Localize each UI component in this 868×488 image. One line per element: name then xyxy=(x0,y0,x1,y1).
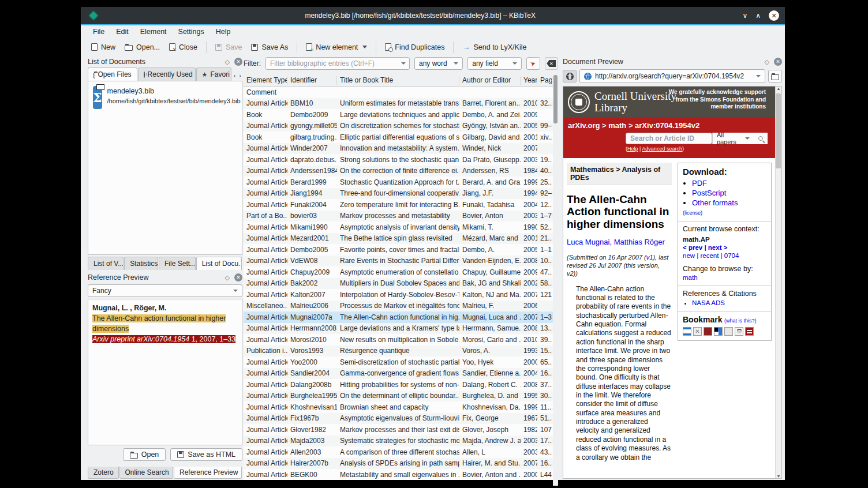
table-scrollbar[interactable] xyxy=(553,73,558,486)
table-row[interactable]: Journal Articlegyongy.millet05On discret… xyxy=(244,121,558,132)
field-select[interactable]: any field xyxy=(467,57,522,70)
table-row[interactable]: Journal ArticleJiang1994Three-and four-d… xyxy=(244,188,558,200)
table-row[interactable]: Journal ArticleSandier2004Gamma-converge… xyxy=(244,368,558,380)
external-browser-button[interactable] xyxy=(563,70,577,82)
table-row[interactable]: Journal ArticleFunaki2004Zero temperatur… xyxy=(244,199,558,211)
table-row[interactable]: Journal ArticleHerrmann2008Large deviati… xyxy=(244,323,558,335)
save-button[interactable]: Save xyxy=(211,41,247,54)
scroll-up-icon[interactable]: ▲ xyxy=(777,87,781,91)
table-row[interactable]: Journal ArticleBurghelea1995On the deter… xyxy=(244,391,558,402)
delicious-icon[interactable] xyxy=(714,327,723,336)
table-row[interactable]: Journal ArticleAnderssen1984On the corre… xyxy=(244,166,558,177)
citeulike-icon[interactable] xyxy=(683,327,691,336)
table-row[interactable]: Journal ArticleGlover1982Markov processe… xyxy=(244,424,558,436)
table-row[interactable]: BookDembo2009Large deviations techniques… xyxy=(244,109,558,121)
menu-settings[interactable]: Settings xyxy=(173,27,209,37)
float-dock-icon[interactable]: ◇ xyxy=(765,58,769,66)
tab-reference-preview[interactable]: Reference Preview xyxy=(174,467,242,479)
preview-style-select[interactable]: Fancy xyxy=(88,284,242,297)
table-row[interactable]: Journal ArticleKalton2007Interpolation o… xyxy=(244,289,558,301)
prev-next-links[interactable]: < prev | next > xyxy=(683,244,766,251)
arxiv-search-input[interactable] xyxy=(626,133,712,144)
table-row[interactable]: Journal ArticleYoo2000Semi-discretizatio… xyxy=(244,356,558,368)
find-duplicates-button[interactable]: Find Duplicates xyxy=(380,41,449,54)
close-dock-icon[interactable]: ✕ xyxy=(234,273,242,281)
tab-favorites[interactable]: ★Favori xyxy=(196,67,231,81)
v1-link[interactable]: v1 xyxy=(646,254,653,261)
clear-filter-button[interactable]: ✕ xyxy=(545,57,558,70)
column-header-identifier[interactable]: Identifier xyxy=(287,76,337,85)
menu-edit[interactable]: Edit xyxy=(111,27,134,37)
column-header-author[interactable]: Author or Editor xyxy=(459,76,521,85)
open-reference-button[interactable]: Open xyxy=(123,448,166,461)
table-row[interactable]: Journal ArticleMezard2001The Bethe latti… xyxy=(244,233,558,245)
nasa-ads-link[interactable]: NASA ADS xyxy=(692,299,725,306)
table-row[interactable]: Journal ArticleVdEW08Rare Events in Stoc… xyxy=(244,256,558,267)
pdf-link[interactable]: PDF xyxy=(692,179,707,187)
search-pdf-toggle-button[interactable]: ➤ xyxy=(526,57,540,70)
column-header-year[interactable]: Year xyxy=(521,76,537,85)
column-header-title[interactable]: Title or Book Title xyxy=(337,76,459,85)
tab-list-of-documents[interactable]: List of Docu... xyxy=(196,257,242,270)
column-header-page[interactable]: Page xyxy=(537,76,552,85)
tab-file-settings[interactable]: File Sett... xyxy=(159,257,196,270)
other-formats-link[interactable]: Other formats xyxy=(692,198,738,207)
tab-scroll-left-icon[interactable]: ‹ xyxy=(233,70,237,81)
tab-open-files[interactable]: Open Files xyxy=(88,67,137,81)
table-row[interactable]: Journal ArticleKhoshnevisan1...Brownian … xyxy=(244,401,558,413)
column-header-element-type[interactable]: Element Type xyxy=(244,76,287,85)
close-icon[interactable]: ✕ xyxy=(769,10,779,21)
close-dock-icon[interactable]: ✕ xyxy=(774,58,782,66)
table-row[interactable]: Journal ArticleChapuy2009Asymptotic enum… xyxy=(244,266,558,278)
connotea-icon[interactable] xyxy=(693,327,702,336)
bibsonomy-icon[interactable] xyxy=(704,327,712,336)
math-link[interactable]: math xyxy=(683,274,766,281)
advanced-search-link[interactable]: Advanced search xyxy=(642,146,682,152)
open-button[interactable]: Open... xyxy=(120,41,164,54)
send-to-lyx-button[interactable]: →Send to LyX/Kile xyxy=(458,40,531,54)
table-row[interactable]: Journal ArticleFix1967bAsymptotic eigenv… xyxy=(244,413,558,425)
arxiv-scope-select[interactable]: All papers xyxy=(712,133,754,144)
table-row[interactable]: Journal ArticleDalang2008bHitting probab… xyxy=(244,379,558,391)
table-row[interactable]: Journal ArticleBerard1999Stochastic Quan… xyxy=(244,177,558,188)
author-link[interactable]: Matthias Röger xyxy=(614,238,665,246)
maximize-icon[interactable]: ∧ xyxy=(755,12,761,20)
table-row[interactable]: Journal ArticleHairer2007bAnalysis of SP… xyxy=(244,458,558,470)
tab-list-of-values[interactable]: List of V... xyxy=(88,257,124,270)
tab-recently-used[interactable]: Recently Used xyxy=(138,67,196,81)
titlebar[interactable]: mendeley3.bib [/home/fish/git/kbibtex/te… xyxy=(81,7,785,24)
table-row[interactable]: Journal Articledaprato.debus...Strong so… xyxy=(244,154,558,166)
float-dock-icon[interactable]: ◇ xyxy=(225,58,230,66)
what-is-this-link[interactable]: (what is this?) xyxy=(724,318,757,324)
menu-help[interactable]: Help xyxy=(211,27,236,37)
nav-links[interactable]: new | recent | 0704 xyxy=(683,252,766,259)
chevron-down-icon[interactable] xyxy=(401,62,406,65)
filter-input[interactable] xyxy=(265,57,410,70)
help-link[interactable]: Help xyxy=(627,146,638,152)
scrollbar-thumb[interactable] xyxy=(776,93,781,168)
open-file-button[interactable] xyxy=(768,70,782,82)
table-row[interactable]: Journal ArticleMorosi2010New results on … xyxy=(244,334,558,346)
arxiv-breadcrumb[interactable]: arXiv.org > math > arXiv:0704.1954v2 xyxy=(568,121,770,130)
table-row[interactable]: Publication i...Voros1993Résurgence quan… xyxy=(244,346,558,357)
float-dock-icon[interactable]: ◇ xyxy=(225,274,230,281)
match-mode-select[interactable]: any word xyxy=(414,57,463,70)
table-row[interactable]: Journal ArticleAllen2003A comparison of … xyxy=(244,446,558,458)
new-button[interactable]: New xyxy=(87,41,120,54)
menu-element[interactable]: Element xyxy=(135,27,172,37)
table-row[interactable]: Journal ArticleMugnai2007aThe Allen-Cahn… xyxy=(244,311,558,323)
author-link[interactable]: Luca Mugnai xyxy=(567,238,609,246)
menu-file[interactable]: File xyxy=(88,27,110,37)
tab-zotero[interactable]: Zotero xyxy=(88,467,119,479)
tab-scroll-right-icon[interactable]: › xyxy=(238,70,242,81)
tab-online-search[interactable]: Online Search xyxy=(119,467,174,479)
list-item[interactable]: Σ mendeley3.bib /home/fish/git/kbibtex/t… xyxy=(93,86,237,109)
new-element-button[interactable]: New element xyxy=(301,41,372,54)
table-row[interactable]: Journal ArticleWinder2007Innovation and … xyxy=(244,143,558,155)
table-row[interactable]: Journal ArticleMikami1990Asymptotic anal… xyxy=(244,222,558,233)
table-row[interactable]: Part of a Bo...bovier03Markov processes … xyxy=(244,211,558,222)
postscript-link[interactable]: PostScript xyxy=(692,189,726,197)
scrollbar-thumb[interactable] xyxy=(553,75,558,123)
table-row[interactable]: Comment xyxy=(244,87,558,98)
digg-icon[interactable] xyxy=(724,327,733,336)
